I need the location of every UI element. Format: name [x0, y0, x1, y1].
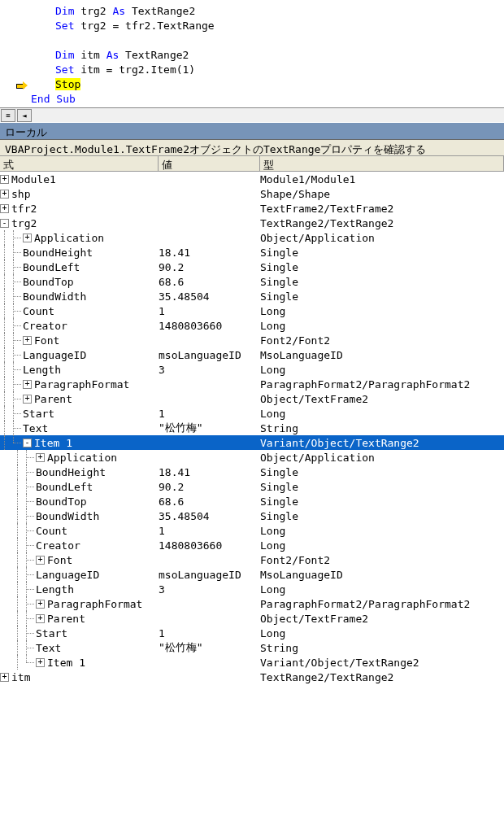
- row-name: Item 1: [47, 657, 85, 669]
- row-value: 90.2: [159, 481, 260, 493]
- locals-row[interactable]: Creator1480803660Long: [0, 318, 504, 333]
- row-type: Single: [260, 510, 504, 522]
- header-type[interactable]: 型: [260, 156, 504, 171]
- locals-row[interactable]: Count1Long: [0, 303, 504, 318]
- expand-icon[interactable]: +: [23, 234, 32, 242]
- row-name: BoundLeft: [23, 261, 80, 273]
- row-type: Single: [260, 247, 504, 259]
- row-type: Long: [260, 305, 504, 317]
- row-name: BoundWidth: [23, 290, 86, 303]
- locals-row[interactable]: + FontFont2/Font2: [0, 333, 504, 347]
- expand-icon[interactable]: +: [36, 658, 45, 667]
- row-value: 1: [159, 525, 260, 537]
- row-name: Start: [23, 408, 54, 420]
- locals-row[interactable]: + ApplicationObject/Application: [0, 450, 504, 465]
- row-type: Variant/Object/TextRange2: [260, 657, 504, 669]
- collapse-icon[interactable]: -: [0, 219, 9, 228]
- header-value[interactable]: 値: [159, 156, 260, 171]
- row-name: Length: [36, 583, 74, 596]
- locals-row[interactable]: Text"松竹梅"String: [0, 421, 504, 435]
- locals-row[interactable]: BoundWidth35.48504Single: [0, 508, 504, 523]
- row-name: Module1: [11, 173, 56, 185]
- row-type: Object/TextFrame2: [260, 393, 504, 405]
- locals-row[interactable]: Start1Long: [0, 406, 504, 421]
- expand-icon[interactable]: +: [36, 614, 45, 623]
- locals-row[interactable]: + Item 1Variant/Object/TextRange2: [0, 655, 504, 670]
- collapse-icon[interactable]: -: [23, 439, 32, 447]
- locals-row[interactable]: + ParagraphFormatParagraphFormat2/Paragr…: [0, 596, 504, 611]
- locals-row[interactable]: + ParentObject/TextFrame2: [0, 391, 504, 406]
- scroll-split-icon[interactable]: ≡: [1, 109, 15, 122]
- locals-row[interactable]: LanguageIDmsoLanguageIDMsoLanguageID: [0, 347, 504, 362]
- locals-row[interactable]: Start1Long: [0, 626, 504, 640]
- row-name: Application: [47, 452, 117, 464]
- row-value: 1480803660: [159, 539, 260, 552]
- row-name: Creator: [36, 539, 80, 552]
- locals-row[interactable]: BoundTop68.6Single: [0, 274, 504, 289]
- locals-row[interactable]: + shpShape/Shape: [0, 186, 504, 201]
- locals-row[interactable]: + Module1Module1/Module1: [0, 172, 504, 186]
- row-type: MsoLanguageID: [260, 349, 504, 361]
- locals-row[interactable]: - Item 1Variant/Object/TextRange2: [0, 435, 504, 450]
- locals-row[interactable]: Text"松竹梅"String: [0, 640, 504, 655]
- code-scrollbar[interactable]: ≡ ◄: [0, 107, 504, 122]
- row-type: TextFrame2/TextFrame2: [260, 203, 504, 215]
- locals-row[interactable]: BoundHeight18.41Single: [0, 465, 504, 479]
- row-type: Single: [260, 276, 504, 288]
- locals-row[interactable]: + itmTextRange2/TextRange2: [0, 670, 504, 684]
- locals-grid-header: 式 値 型: [0, 156, 504, 172]
- locals-row[interactable]: Creator1480803660Long: [0, 538, 504, 552]
- locals-row[interactable]: BoundLeft90.2Single: [0, 479, 504, 494]
- row-type: Module1/Module1: [260, 173, 504, 185]
- row-name: trg2: [11, 217, 37, 229]
- row-name: BoundWidth: [36, 510, 99, 522]
- locals-row[interactable]: Length3Long: [0, 582, 504, 596]
- row-type: Long: [260, 364, 504, 376]
- row-type: Variant/Object/TextRange2: [260, 437, 504, 449]
- row-type: TextRange2/TextRange2: [260, 671, 504, 683]
- scroll-left-icon[interactable]: ◄: [17, 109, 32, 122]
- locals-row[interactable]: LanguageIDmsoLanguageIDMsoLanguageID: [0, 567, 504, 582]
- execution-pointer-icon: [16, 81, 28, 89]
- row-name: BoundTop: [36, 495, 87, 508]
- locals-row[interactable]: + tfr2TextFrame2/TextFrame2: [0, 201, 504, 216]
- expand-icon[interactable]: +: [36, 453, 45, 462]
- expand-icon[interactable]: +: [0, 673, 9, 682]
- row-name: Item 1: [34, 437, 72, 449]
- code-editor[interactable]: Dim trg2 As TextRange2Set trg2 = tfr2.Te…: [0, 0, 504, 107]
- row-type: MsoLanguageID: [260, 569, 504, 581]
- expand-icon[interactable]: +: [23, 395, 32, 404]
- row-value: 18.41: [159, 466, 260, 478]
- row-value: 1: [159, 627, 260, 639]
- row-name: Parent: [47, 613, 85, 625]
- expand-icon[interactable]: +: [0, 204, 9, 213]
- locals-grid[interactable]: + Module1Module1/Module1+ shpShape/Shape…: [0, 172, 504, 684]
- row-name: LanguageID: [23, 349, 86, 361]
- expand-icon[interactable]: +: [36, 556, 45, 565]
- locals-row[interactable]: + ParagraphFormatParagraphFormat2/Paragr…: [0, 377, 504, 391]
- expand-icon[interactable]: +: [0, 175, 9, 184]
- row-value: 3: [159, 583, 260, 596]
- row-type: String: [260, 422, 504, 434]
- locals-row[interactable]: BoundWidth35.48504Single: [0, 289, 504, 303]
- header-expression[interactable]: 式: [0, 156, 159, 171]
- expand-icon[interactable]: +: [23, 336, 32, 345]
- locals-row[interactable]: Count1Long: [0, 523, 504, 538]
- row-type: Object/TextFrame2: [260, 613, 504, 625]
- row-value: msoLanguageID: [159, 569, 260, 581]
- locals-row[interactable]: Length3Long: [0, 362, 504, 377]
- locals-row[interactable]: + ParentObject/TextFrame2: [0, 611, 504, 626]
- locals-row[interactable]: BoundTop68.6Single: [0, 494, 504, 508]
- locals-row[interactable]: BoundHeight18.41Single: [0, 245, 504, 260]
- locals-row[interactable]: - trg2TextRange2/TextRange2: [0, 216, 504, 230]
- expand-icon[interactable]: +: [23, 380, 32, 389]
- expand-icon[interactable]: +: [36, 600, 45, 609]
- row-value: 35.48504: [159, 290, 260, 303]
- row-name: ParagraphFormat: [47, 598, 142, 610]
- locals-row[interactable]: + ApplicationObject/Application: [0, 230, 504, 245]
- locals-row[interactable]: BoundLeft90.2Single: [0, 260, 504, 274]
- locals-row[interactable]: + FontFont2/Font2: [0, 552, 504, 567]
- expand-icon[interactable]: +: [0, 190, 9, 199]
- row-type: Single: [260, 481, 504, 493]
- row-name: Text: [23, 422, 48, 434]
